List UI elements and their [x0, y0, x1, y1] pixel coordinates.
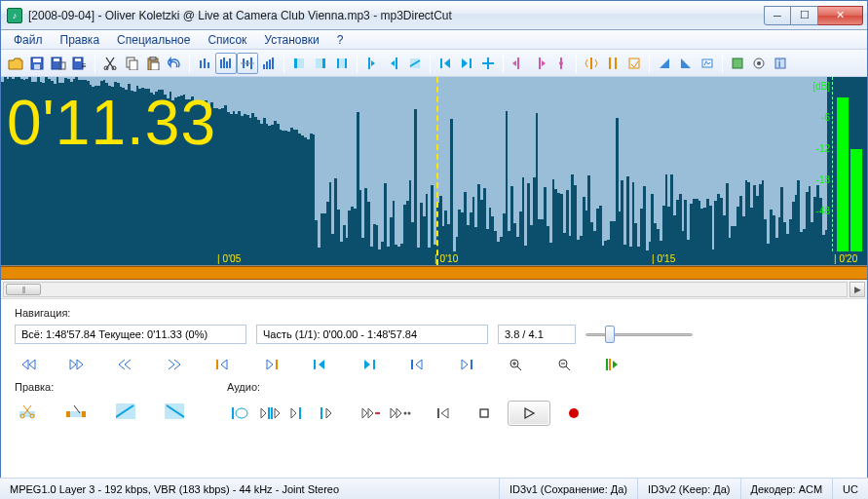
- svg-rect-79: [268, 407, 270, 419]
- sel-range-icon[interactable]: [331, 53, 353, 74]
- fade-out-icon[interactable]: [675, 53, 697, 74]
- waveform-display[interactable]: 0'11.33 0'05 0'10 0'15 0'20 [dB] -6 -12 …: [1, 77, 867, 266]
- loop-icon[interactable]: [227, 403, 254, 424]
- auto-detect-icon[interactable]: [623, 53, 645, 74]
- play-from-sel-icon[interactable]: [256, 403, 283, 424]
- nav-fwd-full-icon[interactable]: [63, 354, 91, 375]
- split-here-icon[interactable]: [550, 53, 572, 74]
- svg-rect-82: [321, 407, 322, 419]
- undo-icon[interactable]: [164, 53, 185, 74]
- nav-part-field[interactable]: Часть (1/1): 0'00.00 - 1:48'57.84: [256, 325, 488, 344]
- cue-prev-icon[interactable]: [434, 53, 456, 74]
- vu-meter: [832, 77, 867, 251]
- sel-end-icon[interactable]: [310, 53, 331, 74]
- zoom-out-icon[interactable]: [550, 354, 578, 375]
- nav-prev-edit-icon[interactable]: [404, 354, 432, 375]
- status-decoder: Декодер: ACM: [741, 479, 834, 499]
- auto-split-icon[interactable]: [602, 53, 623, 74]
- nav-next-cue-icon[interactable]: [356, 354, 383, 375]
- save-icon[interactable]: [26, 53, 48, 74]
- h-scrollbar[interactable]: [3, 282, 848, 297]
- play-skip-gap-icon[interactable]: [387, 403, 414, 424]
- minimize-button[interactable]: ─: [764, 6, 791, 25]
- nav-to-sel-end-icon[interactable]: [258, 354, 285, 375]
- paste-icon[interactable]: [142, 53, 164, 74]
- nav-rew-full-icon[interactable]: [15, 354, 42, 375]
- record-button[interactable]: [560, 403, 587, 424]
- play-button[interactable]: [508, 401, 550, 426]
- zoom-in-icon[interactable]: [502, 354, 529, 375]
- marker-in-icon[interactable]: [361, 53, 383, 74]
- split-prev-icon[interactable]: [508, 53, 529, 74]
- edit-fade-in-icon[interactable]: [112, 401, 139, 422]
- auto-cue-icon[interactable]: [581, 53, 602, 74]
- split-next-icon[interactable]: [529, 53, 550, 74]
- svg-rect-12: [130, 60, 137, 70]
- sel-start-icon[interactable]: [288, 53, 310, 74]
- db-scale: [dB] -6 -12 -18 -48: [812, 81, 830, 254]
- play-pre-icon[interactable]: [285, 403, 313, 424]
- svg-point-48: [559, 61, 563, 65]
- batch-icon[interactable]: ≡: [69, 53, 91, 74]
- play-post-icon[interactable]: [315, 403, 342, 424]
- maximize-button[interactable]: ☐: [791, 6, 818, 25]
- view-bars1-icon[interactable]: [194, 53, 215, 74]
- nav-rew-fast-icon[interactable]: [112, 354, 139, 375]
- svg-rect-44: [482, 62, 494, 64]
- status-bar: MPEG1.0 Layer 3 - 192 kbps, VBR (183 kbp…: [0, 478, 868, 499]
- svg-rect-46: [539, 58, 541, 69]
- play-skip-icon[interactable]: [358, 403, 385, 424]
- svg-rect-35: [337, 58, 339, 68]
- nav-fwd-fast-icon[interactable]: [161, 354, 188, 375]
- open-icon[interactable]: [5, 53, 26, 74]
- cut-icon[interactable]: [99, 53, 121, 74]
- autoscroll-icon[interactable]: [599, 354, 626, 375]
- close-button[interactable]: ✕: [818, 6, 863, 25]
- info-icon[interactable]: i: [770, 53, 791, 74]
- menu-edit[interactable]: Правка: [54, 32, 107, 48]
- nav-all-field[interactable]: Всё: 1:48'57.84 Текущее: 0'11.33 (0%): [15, 325, 246, 344]
- menu-help[interactable]: ?: [330, 32, 351, 48]
- scroll-thumb[interactable]: [6, 284, 41, 295]
- stop-icon[interactable]: [471, 403, 498, 424]
- ruler-tick: 0'20: [834, 253, 857, 264]
- view-db-icon[interactable]: [258, 53, 280, 74]
- svg-rect-7: [75, 58, 81, 61]
- nav-zoom-field[interactable]: 3.8 / 4.1: [498, 325, 576, 344]
- cue-next-icon[interactable]: [456, 53, 477, 74]
- svg-rect-27: [263, 64, 265, 69]
- nav-to-sel-start-icon[interactable]: [209, 354, 237, 375]
- svg-rect-42: [470, 58, 472, 68]
- tag-icon[interactable]: [727, 53, 748, 74]
- settings-icon[interactable]: [748, 53, 770, 74]
- marker-out-icon[interactable]: [383, 53, 404, 74]
- edit-trim-icon[interactable]: [63, 401, 91, 422]
- svg-rect-38: [368, 58, 370, 69]
- nav-buttons: [15, 354, 853, 375]
- view-mirror-icon[interactable]: [237, 53, 258, 74]
- svg-rect-62: [373, 360, 375, 369]
- app-icon: ♪: [7, 8, 22, 23]
- edit-fade-out-icon[interactable]: [161, 401, 188, 422]
- copy-icon[interactable]: [121, 53, 142, 74]
- fade-in-icon[interactable]: [654, 53, 675, 74]
- view-bars2-icon[interactable]: [215, 53, 237, 74]
- normalize-icon[interactable]: [697, 53, 718, 74]
- svg-rect-60: [276, 360, 278, 369]
- selection-strip[interactable]: [1, 266, 867, 280]
- menu-list[interactable]: Список: [201, 32, 253, 48]
- menu-settings[interactable]: Установки: [257, 32, 325, 48]
- edit-cut-icon[interactable]: [15, 401, 42, 422]
- menu-bar: Файл Правка Специальное Список Установки…: [1, 30, 867, 50]
- nav-next-edit-icon[interactable]: [453, 354, 480, 375]
- nav-prev-cue-icon[interactable]: [307, 354, 334, 375]
- menu-special[interactable]: Специальное: [110, 32, 197, 48]
- marker-gain-icon[interactable]: [404, 53, 426, 74]
- prev-track-icon[interactable]: [430, 403, 457, 424]
- menu-file[interactable]: Файл: [7, 32, 50, 48]
- svg-point-56: [757, 61, 761, 65]
- zoom-slider[interactable]: [585, 325, 693, 344]
- save-selection-icon[interactable]: [48, 53, 69, 74]
- scroll-right-icon[interactable]: ▶: [849, 282, 865, 297]
- cue-add-icon[interactable]: [477, 53, 499, 74]
